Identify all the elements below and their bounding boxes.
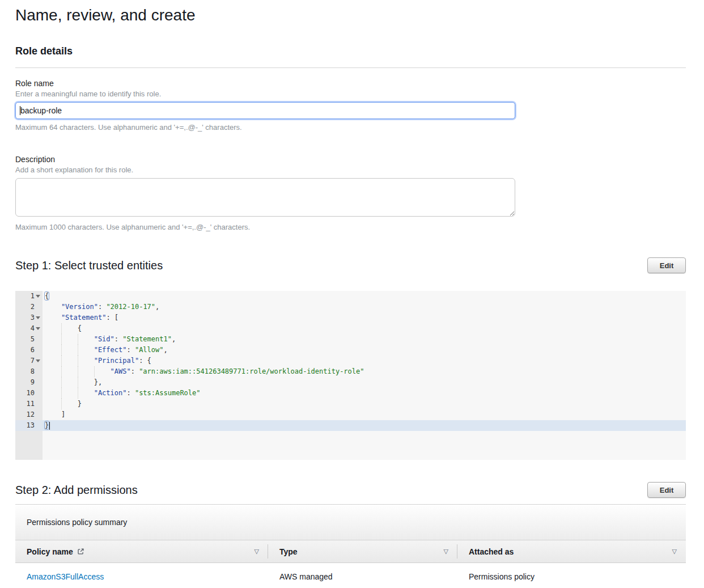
- column-header-type[interactable]: Type▽: [268, 540, 457, 562]
- cell-type: AWS managed: [268, 563, 457, 588]
- role-details-heading: Role details: [15, 45, 686, 57]
- json-punctuation: {: [45, 292, 49, 300]
- indent-guide: [78, 388, 94, 399]
- line-number[interactable]: 2: [15, 302, 43, 312]
- indent-guide: [45, 399, 61, 409]
- fold-arrow-icon[interactable]: [36, 327, 40, 330]
- indent-guide: [61, 388, 78, 399]
- indent-guide: [45, 323, 61, 334]
- indent-guide: [45, 345, 61, 356]
- code-line[interactable]: },: [43, 377, 686, 388]
- editor-gutter[interactable]: 12345678910111213: [15, 291, 43, 460]
- json-key: "Action": [94, 389, 127, 397]
- step2-heading: Step 2: Add permissions: [15, 482, 138, 498]
- table-row: AmazonS3FullAccessAWS managedPermissions…: [15, 563, 686, 588]
- code-line[interactable]: }: [43, 399, 686, 409]
- json-string: "arn:aws:iam::541263489771:role/workload…: [139, 367, 364, 375]
- sort-caret-icon[interactable]: ▽: [255, 548, 259, 555]
- editor-code-pane[interactable]: {"Version": "2012-10-17","Statement": [{…: [43, 291, 686, 460]
- fold-arrow-icon[interactable]: [36, 295, 40, 298]
- json-string: "sts:AssumeRole": [135, 389, 201, 397]
- code-line[interactable]: ]: [43, 409, 686, 420]
- json-punctuation: ,: [155, 303, 159, 311]
- json-string: "2012-10-17": [106, 303, 155, 311]
- policy-document-editor[interactable]: 12345678910111213 {"Version": "2012-10-1…: [15, 291, 686, 460]
- step1-edit-button[interactable]: Edit: [647, 257, 686, 273]
- code-line[interactable]: "Action": "sts:AssumeRole": [43, 388, 686, 399]
- code-line[interactable]: "Principal": {: [43, 356, 686, 366]
- json-punctuation: ,: [172, 335, 176, 343]
- json-punctuation: :: [114, 335, 122, 343]
- indent-guide: [78, 377, 94, 388]
- json-punctuation: }: [45, 421, 49, 429]
- line-number[interactable]: 3: [15, 312, 43, 323]
- code-line[interactable]: "Sid": "Statement1",: [43, 334, 686, 345]
- indent-guide: [61, 366, 78, 377]
- role-name-input[interactable]: [15, 102, 515, 119]
- line-number[interactable]: 7: [15, 356, 43, 366]
- indent-guide: [61, 356, 78, 366]
- line-number[interactable]: 1: [15, 291, 43, 302]
- line-number[interactable]: 8: [15, 366, 43, 377]
- line-number[interactable]: 5: [15, 334, 43, 345]
- indent-guide: [94, 366, 111, 377]
- indent-guide: [61, 399, 78, 409]
- policy-name-link[interactable]: AmazonS3FullAccess: [27, 572, 104, 581]
- json-string: "Statement1": [122, 335, 172, 343]
- indent-guide: [61, 345, 78, 356]
- json-key: "Statement": [61, 314, 106, 322]
- line-number[interactable]: 13: [15, 420, 43, 431]
- description-textarea[interactable]: [15, 178, 515, 217]
- fold-arrow-icon[interactable]: [36, 316, 40, 319]
- json-key: "Principal": [94, 357, 139, 365]
- role-name-hint: Enter a meaningful name to identify this…: [15, 90, 686, 98]
- json-punctuation: :: [98, 303, 106, 311]
- line-number[interactable]: 12: [15, 409, 43, 420]
- column-header-attached_as[interactable]: Attached as▽: [457, 540, 686, 562]
- code-line[interactable]: "Effect": "Allow",: [43, 345, 686, 356]
- sort-caret-icon[interactable]: ▽: [672, 548, 677, 555]
- line-number[interactable]: 11: [15, 399, 43, 409]
- sort-caret-icon[interactable]: ▽: [444, 548, 448, 555]
- json-key: "AWS": [111, 367, 131, 375]
- json-punctuation: : {: [139, 357, 151, 365]
- json-punctuation: ,: [164, 346, 168, 354]
- column-header-label: Attached as: [469, 547, 514, 556]
- column-header-label: Type: [279, 547, 298, 556]
- code-line[interactable]: {: [43, 323, 686, 334]
- permissions-summary-header: Permissions policy summary: [15, 505, 686, 540]
- editor-cursor: [49, 422, 50, 430]
- section-divider: [15, 67, 686, 68]
- line-number[interactable]: 9: [15, 377, 43, 388]
- json-punctuation: :: [126, 389, 134, 397]
- code-line[interactable]: "AWS": "arn:aws:iam::541263489771:role/w…: [43, 366, 686, 377]
- cell-attached_as: Permissions policy: [457, 563, 686, 588]
- indent-guide: [78, 356, 94, 366]
- code-line[interactable]: {: [43, 291, 686, 302]
- json-punctuation: }: [78, 400, 82, 408]
- role-name-constraint: Maximum 64 characters. Use alphanumeric …: [15, 123, 686, 132]
- cell-policy_name: AmazonS3FullAccess: [15, 563, 268, 588]
- indent-guide: [61, 323, 78, 334]
- permissions-summary-container: Permissions policy summary Policy name▽T…: [15, 504, 686, 588]
- indent-guide: [61, 334, 78, 345]
- step1-heading: Step 1: Select trusted entities: [15, 257, 163, 273]
- code-line[interactable]: "Version": "2012-10-17",: [43, 302, 686, 312]
- json-punctuation: :: [126, 346, 134, 354]
- column-header-policy_name[interactable]: Policy name▽: [15, 540, 268, 562]
- fold-arrow-icon[interactable]: [36, 359, 40, 362]
- step2-edit-button[interactable]: Edit: [647, 482, 686, 498]
- line-number[interactable]: 10: [15, 388, 43, 399]
- line-number[interactable]: 4: [15, 323, 43, 334]
- policy-table-header: Policy name▽Type▽Attached as▽: [15, 540, 686, 563]
- description-constraint: Maximum 1000 characters. Use alphanumeri…: [15, 223, 686, 231]
- json-punctuation: : [: [106, 314, 118, 322]
- indent-guide: [45, 302, 61, 312]
- code-line[interactable]: }: [43, 420, 686, 431]
- indent-guide: [45, 334, 61, 345]
- json-punctuation: :: [131, 367, 139, 375]
- json-key: "Sid": [94, 335, 114, 343]
- json-string: "Allow": [135, 346, 164, 354]
- code-line[interactable]: "Statement": [: [43, 312, 686, 323]
- line-number[interactable]: 6: [15, 345, 43, 356]
